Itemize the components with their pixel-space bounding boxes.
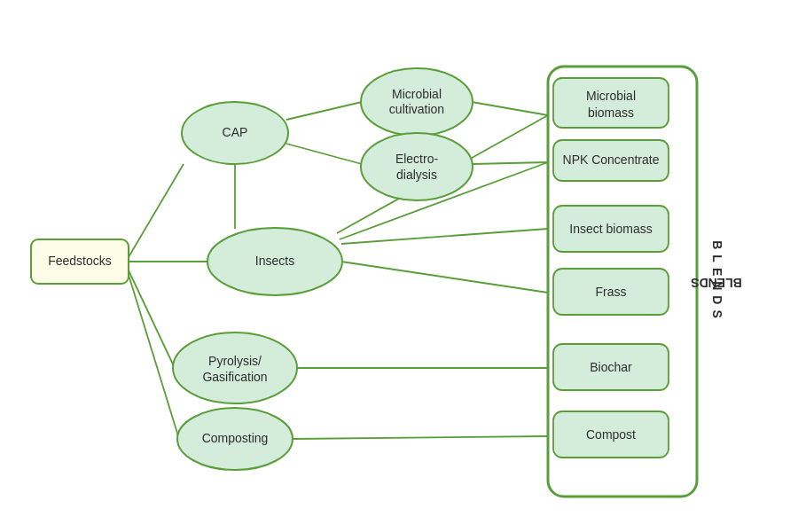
insect-biomass-label: Insect biomass bbox=[569, 222, 652, 236]
composting-label: Composting bbox=[202, 431, 269, 445]
microbial-biomass-label2: biomass bbox=[588, 106, 634, 120]
pyrolysis-label-line2: Gasification bbox=[202, 370, 267, 384]
conn-cap-microbial bbox=[286, 102, 362, 120]
conn-insects-frass bbox=[341, 262, 548, 293]
conn-electro-npk bbox=[472, 162, 548, 164]
diagram: BLENDS Feedstocks CAP Insects Pyrolysis/… bbox=[0, 0, 798, 532]
compost-label: Compost bbox=[586, 427, 636, 442]
feedstocks-label: Feedstocks bbox=[48, 254, 112, 268]
blends-vertical-label: BLENDS bbox=[710, 240, 724, 324]
pyrolysis-node bbox=[173, 332, 297, 403]
pyrolysis-label-line1: Pyrolysis/ bbox=[208, 354, 262, 368]
cap-label: CAP bbox=[223, 125, 248, 139]
npk-label: NPK Concentrate bbox=[563, 153, 660, 167]
conn-insects-insectbiomass bbox=[341, 229, 548, 244]
microbial-cultivation-label2: cultivation bbox=[389, 102, 444, 116]
microbial-cultivation-label1: Microbial bbox=[392, 87, 442, 101]
conn-feedstocks-pyrolysis bbox=[129, 270, 175, 368]
microbial-biomass-label1: Microbial bbox=[586, 89, 636, 103]
electrodialysis-label2: dialysis bbox=[396, 168, 437, 182]
biochar-label: Biochar bbox=[590, 360, 632, 374]
microbial-biomass-box bbox=[553, 78, 669, 128]
conn-microbial-biomass bbox=[472, 102, 548, 115]
conn-cap-electro bbox=[286, 144, 362, 164]
frass-label: Frass bbox=[596, 285, 627, 299]
electrodialysis-label1: Electro- bbox=[395, 152, 439, 166]
conn-composting-compost bbox=[293, 436, 548, 439]
conn-feedstocks-cap bbox=[129, 164, 184, 257]
insects-label: Insects bbox=[255, 254, 294, 268]
conn-feedstocks-composting bbox=[129, 275, 179, 439]
